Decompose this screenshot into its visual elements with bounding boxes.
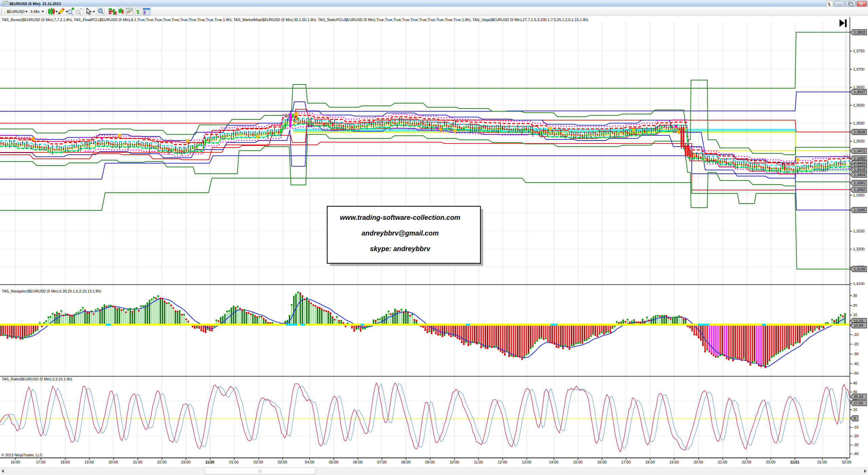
- svg-text:07:00: 07:00: [377, 460, 387, 464]
- svg-text:1,3250: 1,3250: [853, 229, 865, 233]
- svg-text:20: 20: [853, 303, 857, 307]
- svg-text:© 2013 NinjaTrader, LLC: © 2013 NinjaTrader, LLC: [1, 453, 42, 457]
- svg-text:10: 10: [853, 407, 857, 412]
- svg-text:1,3139: 1,3139: [854, 267, 865, 271]
- svg-text:-30: -30: [853, 352, 859, 356]
- svg-text:19:00: 19:00: [669, 460, 679, 464]
- svg-text:15:00: 15:00: [573, 460, 583, 464]
- svg-text:11/20: 11/20: [205, 460, 215, 464]
- svg-text:skype: andreybbrv: skype: andreybbrv: [370, 245, 431, 252]
- svg-text:1,3419: 1,3419: [854, 168, 865, 172]
- svg-text:-10: -10: [853, 425, 859, 429]
- svg-text:-10: -10: [853, 332, 859, 337]
- svg-text:L: L: [828, 1, 831, 6]
- svg-text:11:00: 11:00: [474, 460, 483, 464]
- svg-text:16:00: 16:00: [11, 460, 20, 464]
- svg-text:13:00: 13:00: [522, 460, 531, 464]
- svg-text:19:00: 19:00: [84, 460, 94, 464]
- svg-text:08:00: 08:00: [401, 460, 411, 464]
- svg-text:1,3803: 1,3803: [854, 30, 865, 34]
- svg-text:1,3305: 1,3305: [854, 208, 865, 212]
- svg-text:40: 40: [853, 381, 857, 385]
- svg-text:TAS_Boxes($EURUSD (5 Min),7,7,: TAS_Boxes($EURUSD (5 Min),7,7,2,1.8h), T…: [2, 18, 588, 22]
- svg-text:-50: -50: [853, 371, 859, 375]
- svg-text:17:00: 17:00: [621, 460, 631, 464]
- svg-text:1,3528: 1,3528: [854, 130, 865, 134]
- svg-text:1,3750: 1,3750: [853, 49, 865, 53]
- svg-text:1,3100: 1,3100: [853, 282, 865, 286]
- svg-text:5 Min: 5 Min: [31, 10, 40, 14]
- svg-text:01:00: 01:00: [229, 460, 239, 464]
- svg-text:1,3637: 1,3637: [854, 90, 865, 94]
- svg-text:10,99: 10,99: [854, 323, 863, 327]
- svg-text:1,3381: 1,3381: [854, 181, 865, 185]
- svg-text:30: 30: [853, 293, 857, 298]
- svg-text:-20: -20: [853, 434, 859, 438]
- svg-text:www.trading-software-collectio: www.trading-software-collection.com: [340, 214, 460, 221]
- svg-text:0: 0: [854, 416, 856, 420]
- svg-text:andreybbrv@gmail.com: andreybbrv@gmail.com: [361, 229, 438, 237]
- svg-text:10: 10: [853, 313, 857, 317]
- svg-text:1,3550: 1,3550: [853, 121, 865, 125]
- svg-text:14:00: 14:00: [549, 460, 558, 464]
- svg-text:1,3500: 1,3500: [853, 139, 865, 143]
- svg-text:02:00: 02:00: [254, 460, 263, 464]
- svg-text:1,3450: 1,3450: [854, 156, 865, 160]
- svg-text:1,3362: 1,3362: [854, 188, 865, 192]
- svg-text:16:00: 16:00: [597, 460, 607, 464]
- svg-text:$EURUSD (5 Min) 21.11.2013: $EURUSD (5 Min) 21.11.2013: [9, 2, 61, 6]
- svg-text:1,3700: 1,3700: [853, 67, 865, 71]
- svg-text:18:00: 18:00: [645, 460, 655, 464]
- svg-text:TAS_Navigator($EURUSD (5 Min),: TAS_Navigator($EURUSD (5 Min),5,30,25,1,…: [2, 289, 101, 293]
- svg-text:1,3471: 1,3471: [854, 149, 865, 153]
- svg-text:1,3404: 1,3404: [854, 173, 865, 177]
- svg-text:02:00: 02:00: [842, 460, 851, 464]
- svg-text:TAS_Ratio($EURUSD (5 Min),3,3,: TAS_Ratio($EURUSD (5 Min),3,3,10,1.8h): [2, 377, 72, 381]
- svg-text:$EURUSD: $EURUSD: [7, 10, 25, 14]
- svg-text:$: $: [136, 9, 139, 15]
- svg-text:21:00: 21:00: [133, 460, 142, 464]
- svg-text:12:00: 12:00: [498, 460, 507, 464]
- svg-text:1,3600: 1,3600: [853, 103, 865, 107]
- svg-text:04:00: 04:00: [305, 460, 314, 464]
- svg-text:-20: -20: [853, 342, 859, 346]
- svg-text:11/21: 11/21: [790, 460, 800, 464]
- svg-text:22:00: 22:00: [157, 460, 166, 464]
- svg-text:22:00: 22:00: [742, 460, 751, 464]
- svg-text:-40: -40: [853, 362, 859, 366]
- svg-text:05:00: 05:00: [329, 460, 338, 464]
- svg-text:09:00: 09:00: [425, 460, 435, 464]
- svg-text:01:00: 01:00: [817, 460, 827, 464]
- svg-text:03:00: 03:00: [278, 460, 287, 464]
- svg-text:23:00: 23:00: [181, 460, 191, 464]
- svg-text:20:00: 20:00: [108, 460, 118, 464]
- svg-text:23:00: 23:00: [766, 460, 775, 464]
- svg-text:18:00: 18:00: [60, 460, 70, 464]
- svg-text:12,23: 12,23: [854, 319, 863, 323]
- svg-text:-40: -40: [853, 452, 859, 456]
- svg-text:25,33: 25,33: [854, 395, 863, 399]
- svg-text:1,3650: 1,3650: [853, 85, 865, 89]
- svg-text:20:00: 20:00: [694, 460, 703, 464]
- svg-text:21:00: 21:00: [718, 460, 727, 464]
- svg-text:17,65: 17,65: [854, 401, 863, 405]
- svg-text:1,3200: 1,3200: [853, 247, 865, 251]
- svg-text:30: 30: [853, 390, 857, 394]
- svg-text:1,3350: 1,3350: [853, 193, 865, 197]
- svg-text:06:00: 06:00: [353, 460, 362, 464]
- svg-text:-30: -30: [853, 443, 859, 447]
- svg-text:17:00: 17:00: [36, 460, 45, 464]
- svg-text:10:00: 10:00: [450, 460, 459, 464]
